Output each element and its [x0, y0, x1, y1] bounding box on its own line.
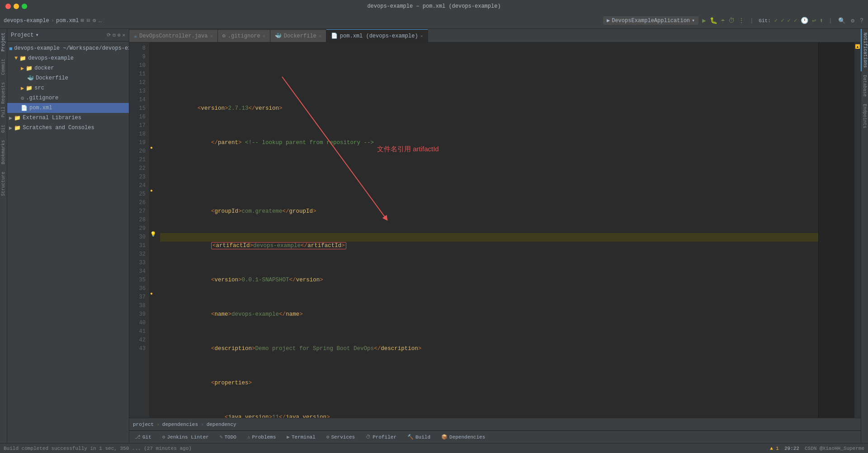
git-bottom-label: Git	[142, 434, 151, 440]
code-line-13: <version>0.0.1-SNAPSHOT</version>	[164, 267, 815, 276]
close-button[interactable]	[5, 4, 11, 9]
gear-icon[interactable]: ⚙	[93, 17, 96, 24]
ext-expand-icon: ▶	[9, 115, 12, 121]
build-bottom-item[interactable]: 🔨 Build	[406, 433, 432, 441]
more-run-button[interactable]: ⋮	[738, 17, 745, 24]
line-numbers: 8 9 10 11 12 13 14 15 16 17 18 19 20 21 …	[129, 42, 149, 418]
minimap[interactable]	[818, 42, 854, 418]
breadcrumb-dependencies-tab[interactable]: dependencies	[162, 422, 198, 427]
profiler-bottom-item[interactable]: ⏱ Profiler	[364, 433, 398, 441]
coverage-button[interactable]: ☂	[721, 17, 725, 24]
maximize-button[interactable]	[22, 4, 27, 9]
linter-bottom-item[interactable]: ⚙ Jenkins Linter	[160, 433, 211, 441]
scratch-expand-icon: ▶	[9, 125, 12, 131]
gutter-indicator-25: ●	[150, 188, 153, 193]
code-line-12: <artifactId>devops-example</artifactId>	[160, 233, 818, 242]
tree-item-dockerfile[interactable]: 🐳 Dockerfile	[7, 73, 129, 83]
sidebar-item-pull-requests[interactable]: Pull Requests	[0, 79, 7, 121]
close-panel-icon[interactable]: ✕	[122, 32, 125, 38]
code-line-11: <groupId>com.greateme</groupId>	[164, 199, 815, 207]
right-sidebar-endpoints[interactable]: Endpoints	[861, 100, 868, 132]
tree-item-root[interactable]: ◼ devops-example ~/Workspace/devops-exam…	[7, 43, 129, 53]
layout-icon[interactable]: ⊞	[80, 17, 84, 24]
breadcrumb-project-tab[interactable]: project	[133, 422, 154, 427]
panel-title: Project ▾	[11, 32, 39, 38]
run-config-dropdown[interactable]: ▾	[692, 17, 695, 24]
breadcrumb-file[interactable]: pom.xml	[56, 18, 79, 24]
problems-bottom-item[interactable]: ⚠ Problems	[245, 433, 278, 441]
right-sidebar-notifications[interactable]: Notifications	[861, 29, 868, 71]
sidebar-item-commit[interactable]: Commit	[0, 55, 7, 79]
gutter: ● ● ● 💡	[149, 42, 160, 418]
main-layout: Project Commit Pull Requests Git Bookmar…	[0, 29, 868, 443]
sidebar-item-project[interactable]: Project	[0, 29, 7, 55]
breadcrumb-dependency-tab[interactable]: dependency	[207, 422, 236, 427]
profile-button[interactable]: ⏱	[728, 17, 735, 24]
git-history-icon[interactable]: 🕐	[801, 17, 808, 24]
breadcrumb-nav: project › dependencies › dependency	[133, 422, 236, 427]
sync-icon[interactable]: ⟳	[107, 32, 111, 38]
docker-folder-icon: 📁	[26, 65, 33, 72]
tab-close-pom[interactable]: ✕	[420, 33, 423, 39]
help-icon[interactable]: ?	[859, 16, 864, 25]
tree-item-devops-example[interactable]: ▼ 📁 devops-example	[7, 53, 129, 63]
right-sidebar-database[interactable]: Database	[861, 71, 868, 100]
tree-item-external-libs[interactable]: ▶ 📁 External Libraries	[7, 113, 129, 123]
git-rollback-icon[interactable]: ↩	[812, 17, 816, 24]
tab-gitignore[interactable]: ⚙ .gitignore ✕	[218, 29, 270, 42]
ext-folder-icon: 📁	[14, 115, 21, 121]
todo-bottom-item[interactable]: ✎ TODO	[218, 433, 238, 441]
window-controls[interactable]	[5, 4, 27, 9]
services-bottom-item[interactable]: ⚙ Services	[325, 433, 357, 441]
minimize-button[interactable]	[14, 4, 19, 9]
titlebar: devops-example – pom.xml (devops-example…	[0, 0, 868, 13]
tab-close-devopscontroller[interactable]: ✕	[210, 33, 212, 39]
tree-folder-devops-label: devops-example	[28, 55, 74, 61]
code-line-10	[164, 164, 815, 173]
tree-item-src[interactable]: ▶ 📁 src	[7, 83, 129, 93]
run-config-icon: ▶	[607, 17, 610, 24]
settings-icon[interactable]: ⚙	[850, 16, 855, 25]
collapse-icon[interactable]: ⊟	[113, 32, 116, 38]
tree-item-pom[interactable]: 📄 pom.xml	[7, 103, 129, 113]
search-icon[interactable]: 🔍	[837, 16, 846, 25]
terminal-bottom-item[interactable]: ▶ Terminal	[285, 433, 317, 441]
run-config[interactable]: ▶ DevopsExampleApplication ▾	[603, 16, 698, 25]
tab-devopscontroller[interactable]: ☕ DevOpsController.java ✕	[129, 29, 218, 42]
settings-panel-icon[interactable]: ⚙	[118, 32, 121, 38]
src-folder-icon: 📁	[26, 85, 33, 92]
split-icon[interactable]: ⊟	[87, 17, 90, 24]
sidebar-item-structure[interactable]: Structure	[0, 168, 7, 200]
git-bottom-item[interactable]: ⎇ Git	[133, 433, 153, 441]
project-label: Project	[11, 32, 33, 38]
tab-close-gitignore[interactable]: ✕	[263, 33, 265, 39]
debug-button[interactable]: 🐛	[710, 17, 717, 24]
breadcrumb-project[interactable]: devops-example	[4, 18, 49, 24]
tab-pom[interactable]: 📄 pom.xml (devops-example) ✕	[326, 29, 428, 42]
dependencies-bottom-item[interactable]: 📦 Dependencies	[439, 433, 487, 441]
annotation-first: 文件名引用 artifactId	[377, 145, 439, 153]
tree-item-gitignore[interactable]: ⚙ .gitignore	[7, 93, 129, 103]
dots-icon[interactable]: …	[99, 18, 102, 24]
pom-icon: 📄	[21, 105, 28, 112]
gutter-bulb-29[interactable]: 💡	[150, 231, 156, 237]
gitignore-icon: ⚙	[21, 95, 24, 102]
tab-close-dockerfile[interactable]: ✕	[319, 33, 321, 39]
profiler-icon: ⏱	[366, 434, 371, 440]
breadcrumb-sep: ›	[51, 18, 54, 24]
status-left: Build completed successfully in 1 sec, 3…	[4, 446, 192, 451]
run-button[interactable]: ▶	[702, 17, 706, 24]
git-push-icon[interactable]: ⬆	[820, 17, 823, 24]
git-file-icon: ⚙	[222, 33, 226, 39]
sidebar-item-git[interactable]: Git	[0, 121, 7, 136]
tabs-bar: ☕ DevOpsController.java ✕ ⚙ .gitignore ✕…	[129, 29, 861, 42]
tab-dockerfile[interactable]: 🐳 Dockerfile ✕	[270, 29, 326, 42]
dropdown-arrow[interactable]: ▾	[35, 32, 38, 38]
tree-item-docker[interactable]: ▶ 📁 docker	[7, 63, 129, 73]
code-content[interactable]: <version>2.7.13</version> </parent> <!--…	[160, 42, 818, 418]
sidebar-item-bookmarks[interactable]: Bookmarks	[0, 136, 7, 168]
code-line-16: <properties>	[164, 370, 815, 379]
bottom-tools: ⎇ Git ⚙ Jenkins Linter ✎ TODO ⚠ Problems…	[129, 430, 861, 443]
tree-item-scratches[interactable]: ▶ 📁 Scratches and Consoles	[7, 123, 129, 133]
titlebar-title: devops-example – pom.xml (devops-example…	[367, 3, 500, 9]
